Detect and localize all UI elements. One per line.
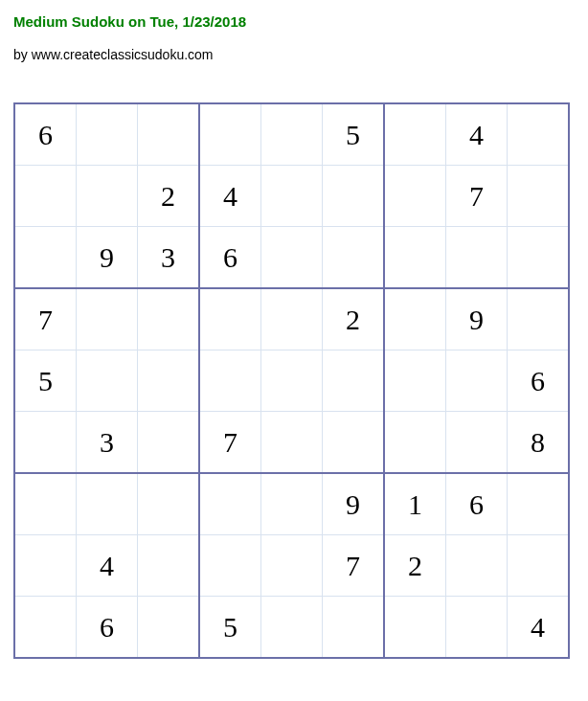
sudoku-cell [138, 412, 200, 474]
sudoku-cell [14, 227, 77, 289]
sudoku-cell: 6 [14, 103, 77, 166]
sudoku-cell [199, 473, 261, 535]
sudoku-cell: 1 [384, 473, 446, 535]
sudoku-cell [77, 103, 138, 166]
sudoku-cell [384, 227, 446, 289]
sudoku-cell [446, 535, 508, 597]
sudoku-cell: 2 [138, 166, 200, 227]
sudoku-cell [261, 535, 323, 597]
sudoku-cell: 9 [323, 473, 385, 535]
sudoku-row: 936 [14, 227, 569, 289]
sudoku-cell [384, 350, 446, 412]
sudoku-cell [508, 473, 570, 535]
sudoku-cell [261, 597, 323, 659]
sudoku-cell [14, 597, 77, 659]
sudoku-cell [446, 597, 508, 659]
sudoku-cell [508, 227, 570, 289]
sudoku-cell [138, 350, 200, 412]
sudoku-cell: 8 [508, 412, 570, 474]
sudoku-cell [138, 288, 200, 350]
sudoku-cell: 6 [508, 350, 570, 412]
sudoku-cell [323, 227, 385, 289]
sudoku-cell: 3 [77, 412, 138, 474]
sudoku-cell: 7 [199, 412, 261, 474]
sudoku-cell: 5 [14, 350, 77, 412]
sudoku-row: 916 [14, 473, 569, 535]
sudoku-cell: 6 [77, 597, 138, 659]
sudoku-cell [446, 227, 508, 289]
sudoku-cell [138, 103, 200, 166]
sudoku-row: 654 [14, 103, 569, 166]
sudoku-cell [323, 412, 385, 474]
sudoku-cell [77, 288, 138, 350]
sudoku-cell [323, 350, 385, 412]
sudoku-cell: 6 [446, 473, 508, 535]
sudoku-cell: 4 [446, 103, 508, 166]
sudoku-cell [138, 535, 200, 597]
sudoku-cell [446, 412, 508, 474]
sudoku-cell: 4 [508, 597, 570, 659]
sudoku-cell [261, 412, 323, 474]
sudoku-cell: 5 [323, 103, 385, 166]
sudoku-cell [199, 535, 261, 597]
sudoku-cell [384, 412, 446, 474]
sudoku-cell [77, 473, 138, 535]
sudoku-cell [199, 288, 261, 350]
sudoku-cell [261, 473, 323, 535]
sudoku-cell [384, 597, 446, 659]
sudoku-cell: 5 [199, 597, 261, 659]
sudoku-cell [14, 535, 77, 597]
sudoku-cell [261, 288, 323, 350]
sudoku-cell: 9 [77, 227, 138, 289]
sudoku-cell [261, 350, 323, 412]
sudoku-cell [261, 103, 323, 166]
sudoku-cell [199, 350, 261, 412]
sudoku-cell [508, 166, 570, 227]
sudoku-row: 247 [14, 166, 569, 227]
sudoku-row: 654 [14, 597, 569, 659]
sudoku-cell [508, 103, 570, 166]
sudoku-cell [261, 166, 323, 227]
sudoku-cell [14, 473, 77, 535]
sudoku-cell: 4 [77, 535, 138, 597]
sudoku-cell [508, 535, 570, 597]
sudoku-grid: 65424793672956378916472654 [13, 102, 570, 659]
sudoku-cell: 7 [323, 535, 385, 597]
sudoku-cell [138, 597, 200, 659]
sudoku-cell [14, 412, 77, 474]
sudoku-row: 729 [14, 288, 569, 350]
sudoku-cell [323, 166, 385, 227]
sudoku-cell [446, 350, 508, 412]
sudoku-cell [508, 288, 570, 350]
sudoku-row: 378 [14, 412, 569, 474]
sudoku-cell [77, 166, 138, 227]
sudoku-cell: 3 [138, 227, 200, 289]
page-title: Medium Sudoku on Tue, 1/23/2018 [13, 13, 575, 30]
sudoku-cell [77, 350, 138, 412]
sudoku-row: 472 [14, 535, 569, 597]
sudoku-cell: 2 [323, 288, 385, 350]
sudoku-cell [261, 227, 323, 289]
byline: by www.createclassicsudoku.com [13, 47, 575, 62]
sudoku-cell [323, 597, 385, 659]
sudoku-cell [138, 473, 200, 535]
sudoku-row: 56 [14, 350, 569, 412]
sudoku-cell: 7 [14, 288, 77, 350]
sudoku-cell: 2 [384, 535, 446, 597]
sudoku-cell: 7 [446, 166, 508, 227]
sudoku-cell [384, 166, 446, 227]
sudoku-cell: 4 [199, 166, 261, 227]
sudoku-cell [199, 103, 261, 166]
sudoku-cell: 9 [446, 288, 508, 350]
sudoku-cell [384, 288, 446, 350]
sudoku-cell [14, 166, 77, 227]
sudoku-cell: 6 [199, 227, 261, 289]
sudoku-cell [384, 103, 446, 166]
